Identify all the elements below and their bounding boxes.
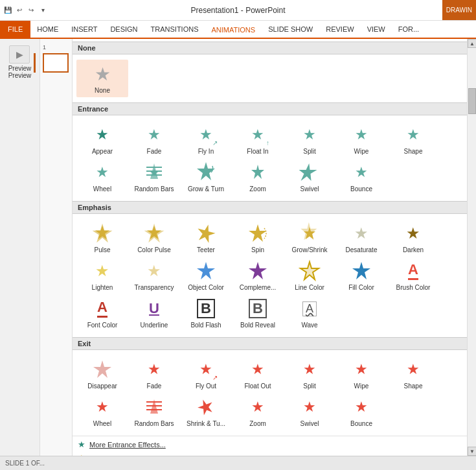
preview-icon: ▶ bbox=[9, 45, 30, 64]
anim-complementary[interactable]: Compleme... bbox=[232, 257, 284, 294]
window-controls[interactable]: 💾 ↩ ↪ ▾ bbox=[0, 0, 48, 20]
grow-shrink-icon bbox=[298, 222, 321, 245]
anim-none[interactable]: ★ None bbox=[76, 60, 128, 97]
shape-entrance-icon: ★ bbox=[402, 123, 425, 147]
svg-marker-12 bbox=[195, 222, 217, 244]
anim-line-color[interactable]: Line Color bbox=[284, 257, 335, 294]
anim-lighten[interactable]: ★ Lighten bbox=[76, 257, 128, 294]
anim-grow-turn[interactable]: Grow & Turn bbox=[180, 158, 232, 196]
anim-wave[interactable]: A Wave bbox=[284, 294, 335, 332]
anim-shape-exit[interactable]: ★ Shape bbox=[387, 355, 439, 393]
anim-spin[interactable]: Spin bbox=[232, 219, 284, 257]
scroll-down-button[interactable]: ▼ bbox=[468, 447, 476, 456]
anim-bounce-entrance[interactable]: ★ Bounce bbox=[335, 158, 387, 196]
more-entrance-link[interactable]: ★ More Entrance Effects... bbox=[73, 438, 467, 451]
anim-shape-entrance[interactable]: ★ Shape bbox=[387, 121, 439, 158]
anim-fly-out[interactable]: ★ ↗ Fly Out bbox=[180, 355, 232, 393]
anim-float-out[interactable]: ★ Float Out bbox=[232, 355, 284, 393]
fade-exit-label: Fade bbox=[147, 382, 162, 390]
anim-fade-entrance[interactable]: ★ Fade bbox=[128, 121, 180, 158]
anim-zoom-exit[interactable]: ★ Zoom bbox=[232, 393, 284, 430]
anim-color-pulse[interactable]: Color Pulse bbox=[128, 219, 180, 257]
anim-split-entrance[interactable]: ★ Split bbox=[284, 121, 335, 158]
anim-swivel-entrance[interactable]: Swivel bbox=[284, 158, 335, 196]
anim-swivel-exit[interactable]: ★ Swivel bbox=[284, 393, 335, 430]
anim-random-bars-exit[interactable]: Random Bars bbox=[128, 393, 180, 430]
bounce-exit-label: Bounce bbox=[350, 420, 372, 428]
anim-transparency[interactable]: ★ Transparency bbox=[128, 257, 180, 294]
anim-fly-in[interactable]: ★ ↗ Fly In bbox=[180, 121, 232, 158]
bounce-entrance-icon: ★ bbox=[350, 161, 373, 184]
save-icon[interactable]: 💾 bbox=[3, 5, 13, 16]
anim-pulse[interactable]: Pulse bbox=[76, 219, 128, 257]
tab-insert[interactable]: INSERT bbox=[65, 21, 104, 38]
entrance-grid: ★ Appear ★ Fade ★ ↗ Fly In bbox=[73, 115, 467, 201]
lighten-label: Lighten bbox=[92, 284, 113, 292]
anim-wheel-entrance[interactable]: ★ Wheel bbox=[76, 158, 128, 196]
tab-transitions[interactable]: TRANSITIONS bbox=[144, 21, 205, 38]
disappear-icon bbox=[91, 358, 114, 381]
anim-bounce-exit[interactable]: ★ Bounce bbox=[335, 393, 387, 430]
lighten-icon: ★ bbox=[91, 259, 114, 283]
anim-split-exit[interactable]: ★ Split bbox=[284, 355, 335, 393]
more-emphasis-link[interactable]: ★ More Emphasis Effects... bbox=[73, 451, 467, 456]
anim-grow-shrink[interactable]: Grow/Shrink bbox=[284, 219, 335, 257]
anim-object-color[interactable]: Object Color bbox=[180, 257, 232, 294]
float-out-label: Float Out bbox=[244, 382, 271, 390]
anim-brush-color[interactable]: A Brush Color bbox=[387, 257, 439, 294]
tab-format[interactable]: FOR... bbox=[392, 21, 425, 38]
anim-wipe-exit[interactable]: ★ Wipe bbox=[335, 355, 387, 393]
random-bars-icon: ★ bbox=[142, 161, 166, 184]
anim-font-color[interactable]: A Font Color bbox=[76, 294, 128, 332]
tab-slideshow[interactable]: SLIDE SHOW bbox=[262, 21, 319, 38]
anim-shrink-turn[interactable]: Shrink & Tu... bbox=[180, 393, 232, 430]
preview-button[interactable]: ▶ Preview Preview bbox=[6, 43, 34, 82]
zoom-exit-label: Zoom bbox=[249, 420, 266, 428]
slide-thumbnail[interactable] bbox=[43, 53, 69, 73]
anim-bold-flash[interactable]: B Bold Flash bbox=[180, 294, 232, 332]
object-color-icon bbox=[194, 259, 218, 283]
tab-home[interactable]: HOME bbox=[30, 21, 65, 38]
anim-disappear[interactable]: Disappear bbox=[76, 355, 128, 393]
swivel-exit-label: Swivel bbox=[300, 420, 319, 428]
shrink-turn-label: Shrink & Tu... bbox=[187, 420, 225, 428]
customize-icon[interactable]: ▾ bbox=[38, 5, 48, 16]
left-panel: ▶ Preview Preview bbox=[0, 39, 40, 456]
anim-fade-exit[interactable]: ★ Fade bbox=[128, 355, 180, 393]
anim-desaturate[interactable]: ★ Desaturate bbox=[335, 219, 387, 257]
anim-underline[interactable]: U Underline bbox=[128, 294, 180, 332]
anim-appear[interactable]: ★ Appear bbox=[76, 121, 128, 158]
anim-teeter[interactable]: Teeter bbox=[180, 219, 232, 257]
fly-out-icon: ★ ↗ bbox=[194, 358, 218, 381]
object-color-label: Object Color bbox=[188, 284, 224, 292]
anim-wheel-exit[interactable]: ★ Wheel bbox=[76, 393, 128, 430]
redo-icon[interactable]: ↪ bbox=[26, 5, 36, 16]
tab-review[interactable]: REVIEW bbox=[319, 21, 360, 38]
split-exit-icon: ★ bbox=[298, 358, 321, 381]
undo-icon[interactable]: ↩ bbox=[14, 5, 25, 16]
anim-random-bars[interactable]: ★ Random Bars bbox=[128, 158, 180, 196]
tab-design[interactable]: DESIGN bbox=[104, 21, 144, 38]
swivel-entrance-label: Swivel bbox=[300, 185, 319, 193]
fade-entrance-icon: ★ bbox=[142, 123, 166, 147]
line-color-label: Line Color bbox=[295, 284, 324, 292]
bounce-exit-icon: ★ bbox=[350, 395, 373, 419]
scroll-up-button[interactable]: ▲ bbox=[468, 39, 476, 48]
tab-file[interactable]: FILE bbox=[0, 21, 30, 38]
tab-view[interactable]: VIEW bbox=[361, 21, 392, 38]
swivel-entrance-icon bbox=[298, 161, 321, 184]
scroll-thumb[interactable] bbox=[468, 88, 476, 114]
anim-fill-color[interactable]: Fill Color bbox=[335, 257, 387, 294]
svg-marker-21 bbox=[93, 360, 111, 378]
color-pulse-label: Color Pulse bbox=[137, 246, 171, 254]
anim-bold-reveal[interactable]: B Bold Reveal bbox=[232, 294, 284, 332]
anim-float-in[interactable]: ★ ↑ Float In bbox=[232, 121, 284, 158]
anim-darken[interactable]: ★ Darken bbox=[387, 219, 439, 257]
tab-animations[interactable]: ANIMATIONS bbox=[205, 22, 262, 39]
zoom-entrance-label: Zoom bbox=[249, 185, 266, 193]
anim-wipe-entrance[interactable]: ★ Wipe bbox=[335, 121, 387, 158]
anim-zoom-entrance[interactable]: Zoom bbox=[232, 158, 284, 196]
bold-reveal-icon: B bbox=[246, 297, 269, 320]
split-exit-label: Split bbox=[303, 382, 315, 390]
fly-in-label: Fly In bbox=[198, 148, 214, 156]
